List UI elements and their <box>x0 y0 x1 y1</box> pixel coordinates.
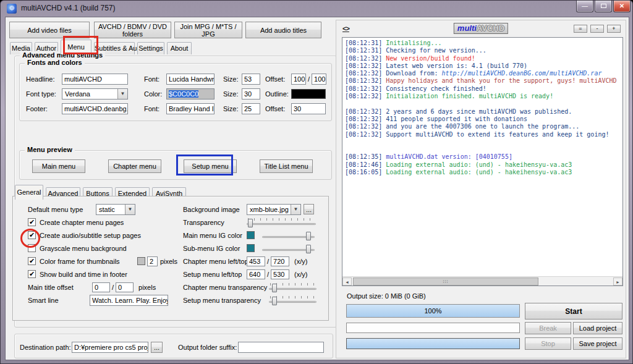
log-panel: <> multiAVCHD =-+ [08:12:31] Initialisin… <box>336 20 626 358</box>
chapter-menu-top-input[interactable]: 720 <box>271 256 289 266</box>
log-line: [08:12:32] Latest web version is: 4.1 (b… <box>345 62 621 70</box>
main-menu-ig-color-label: Main menu IG color <box>183 232 247 239</box>
log-download-link[interactable]: http://multiAVCHD.deanBG.com/multiAVCHD.… <box>442 70 602 77</box>
slider-thumb[interactable] <box>272 297 277 305</box>
chapter-menu-transparency-label: Chapter menu transparency <box>183 284 269 291</box>
scroll-right-icon[interactable]: ► <box>613 277 622 286</box>
headline-offset-x-input[interactable]: 100 <box>291 74 306 85</box>
destination-browse-button[interactable]: ... <box>151 342 163 353</box>
preview-button-setup-menu[interactable]: Setup menu <box>184 159 237 173</box>
log-plus-button[interactable]: + <box>607 25 621 33</box>
color-size-input[interactable]: 30 <box>242 88 260 99</box>
frame-pixels-input[interactable]: 2 <box>147 256 158 266</box>
default-menu-type-label: Default menu type <box>28 206 96 213</box>
close-button[interactable]: ✕ <box>613 1 631 12</box>
toolbar-button-4[interactable]: Add audio titles <box>245 22 321 38</box>
background-image-combo[interactable]: xmb-blue.jpg ▼ <box>247 204 301 215</box>
tab-menu[interactable]: Menu <box>61 40 91 54</box>
headline-size-input[interactable]: 53 <box>242 74 260 85</box>
log-minus-button[interactable]: - <box>590 25 604 33</box>
headline-font-input[interactable]: Lucida Handwriting <box>166 74 215 85</box>
slider-thumb[interactable] <box>306 232 311 240</box>
checkbox-1[interactable]: ✔ <box>28 218 36 226</box>
save-project-button[interactable]: Save project <box>573 337 622 350</box>
checkbox-row-5: ✔Show build and time in footer <box>28 268 177 281</box>
break-button[interactable]: Break <box>525 322 571 334</box>
checkbox-4[interactable]: ✔ <box>28 257 36 265</box>
setup-menu-left-input[interactable]: 640 <box>247 269 265 279</box>
sub-tab-general[interactable]: General <box>15 185 43 200</box>
minimize-button[interactable]: — <box>576 1 593 12</box>
smart-line-input[interactable]: Watch. Learn. Play. Enjoy! <box>90 295 168 306</box>
slider-thumb[interactable] <box>248 219 253 227</box>
headline-offset-label: Offset: <box>265 75 291 83</box>
destination-path-label: Destination path: <box>20 344 72 351</box>
tab-about[interactable]: About <box>167 42 192 54</box>
load-project-button[interactable]: Load project <box>573 322 622 334</box>
headline-input[interactable]: multiAVCHD <box>62 74 128 85</box>
secondary-progress-bar <box>346 323 520 333</box>
chapter-menu-pos-suffix: (x/y) <box>294 258 307 265</box>
start-button[interactable]: Start <box>525 303 622 320</box>
checkbox-2[interactable]: ✔ <box>28 231 36 239</box>
preview-button-title-list-menu[interactable]: Title List menu <box>260 159 313 173</box>
log-nav-arrows[interactable]: <> <box>342 25 349 32</box>
toolbar-button-1[interactable]: Add video files <box>9 22 90 38</box>
main-title-offset-x-input[interactable]: 0 <box>92 282 110 292</box>
checkbox-label-2: Create audio/subtitle setup pages <box>40 232 141 239</box>
transparency-slider[interactable] <box>247 217 316 228</box>
scroll-left-icon[interactable]: ◄ <box>342 277 352 286</box>
footer-offset-input[interactable]: 30 <box>291 103 326 114</box>
title-bar[interactable]: ❁ multiAVCHD v4.1 (build 757) — ✕ <box>1 1 632 17</box>
fonts-and-colors-title: Fonts and colors <box>25 59 85 66</box>
headline-offset-y-input[interactable]: 100 <box>312 74 326 85</box>
toolbar-button-3[interactable]: Join MPG / M*TS / JPG <box>174 22 242 38</box>
checkbox-label-1: Create chapter menu pages <box>40 219 124 226</box>
setup-menu-transparency-label: Setup menu transparency <box>183 297 269 304</box>
background-image-browse-button[interactable]: ... <box>304 204 314 214</box>
destination-path-input[interactable]: D:¥premiere pro cs5 project¥AV <box>72 342 148 353</box>
checkbox-row-2: ✔Create audio/subtitle setup pages <box>28 229 177 242</box>
window-title: multiAVCHD v4.1 (build 757) <box>21 4 116 12</box>
log-equal-button[interactable]: = <box>574 25 587 33</box>
stop-button[interactable]: Stop <box>525 337 571 350</box>
chevron-down-icon[interactable]: ▼ <box>117 89 127 99</box>
log-line: [08:12:32] 411 people supported it with … <box>345 116 621 123</box>
log-horizontal-scrollbar[interactable]: ◄ ⁞⁞⁞ ► <box>342 276 622 286</box>
output-folder-suffix-input[interactable] <box>238 342 324 353</box>
sub-menu-ig-color-swatch[interactable] <box>247 244 255 252</box>
checkbox-3[interactable] <box>28 244 36 252</box>
main-menu-ig-color-swatch[interactable] <box>247 231 255 239</box>
log-output[interactable]: [08:12:31] Initialising...[08:12:31] Che… <box>342 37 623 286</box>
color-label: Color: <box>144 90 166 98</box>
main-menu-ig-slider[interactable] <box>262 230 315 241</box>
default-menu-type-combo[interactable]: static ▼ <box>96 204 135 215</box>
color-input[interactable]: $C0C0C0 <box>166 88 215 99</box>
slider-thumb[interactable] <box>272 284 277 292</box>
setup-menu-transparency-slider[interactable] <box>269 295 316 306</box>
log-line: [08:12:31] Initialising... <box>345 40 621 47</box>
chevron-down-icon[interactable]: ▼ <box>291 205 300 214</box>
sub-menu-ig-slider[interactable] <box>262 243 315 254</box>
setup-menu-top-input[interactable]: 530 <box>271 269 289 279</box>
chapter-menu-left-input[interactable]: 453 <box>247 256 265 266</box>
font-type-combo[interactable]: Verdana ▼ <box>62 88 128 99</box>
chevron-down-icon[interactable]: ▼ <box>125 205 135 214</box>
footer-size-input[interactable]: 25 <box>242 103 260 114</box>
log-line <box>345 146 621 153</box>
slider-thumb[interactable] <box>306 245 311 253</box>
chapter-menu-transparency-slider[interactable] <box>269 282 316 293</box>
frame-color-swatch[interactable] <box>137 257 145 265</box>
tab-settings[interactable]: Settings <box>137 42 164 54</box>
footer-input[interactable]: multiAVCHD.deanbg.com <box>62 103 128 114</box>
preview-button-chapter-menu[interactable]: Chapter menu <box>108 159 161 173</box>
maximize-button[interactable] <box>595 1 612 12</box>
frame-pixels-suffix: pixels <box>160 258 177 265</box>
outline-color-swatch[interactable] <box>291 89 326 99</box>
footer-font-input[interactable]: Bradley Hand ITC <box>166 103 215 114</box>
toolbar-button-2[interactable]: AVCHD / BDMV / DVD folders <box>94 22 171 38</box>
checkbox-5[interactable]: ✔ <box>28 270 36 278</box>
preview-button-main-menu[interactable]: Main menu <box>32 159 85 173</box>
scroll-thumb[interactable]: ⁞⁞⁞ <box>353 277 538 286</box>
main-title-offset-y-input[interactable]: 0 <box>116 282 134 292</box>
